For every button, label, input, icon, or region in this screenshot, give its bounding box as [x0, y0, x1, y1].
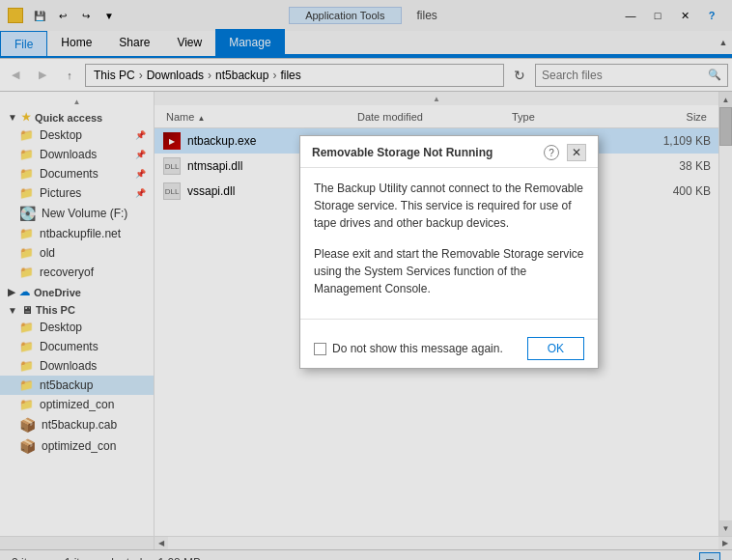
dialog-body: The Backup Utility cannot connect to the…: [300, 168, 598, 309]
dialog-title: Removable Storage Not Running: [312, 146, 493, 159]
ok-button[interactable]: OK: [527, 337, 584, 360]
dialog-message-1: The Backup Utility cannot connect to the…: [314, 180, 584, 232]
dialog-controls: ? ✕: [544, 144, 586, 161]
dialog-separator: [300, 319, 598, 320]
dialog: Removable Storage Not Running ? ✕ The Ba…: [299, 135, 599, 369]
dialog-footer: Do not show this message again. OK: [300, 329, 598, 368]
dialog-overlay: Removable Storage Not Running ? ✕ The Ba…: [0, 0, 732, 560]
dialog-titlebar: Removable Storage Not Running ? ✕: [300, 136, 598, 168]
dialog-close-btn[interactable]: ✕: [567, 144, 586, 161]
dialog-message-2: Please exit and start the Removable Stor…: [314, 245, 584, 297]
checkbox-text: Do not show this message again.: [332, 342, 503, 355]
checkbox-label[interactable]: Do not show this message again.: [314, 342, 503, 355]
checkbox[interactable]: [314, 343, 326, 355]
dialog-help-btn[interactable]: ?: [544, 145, 559, 160]
